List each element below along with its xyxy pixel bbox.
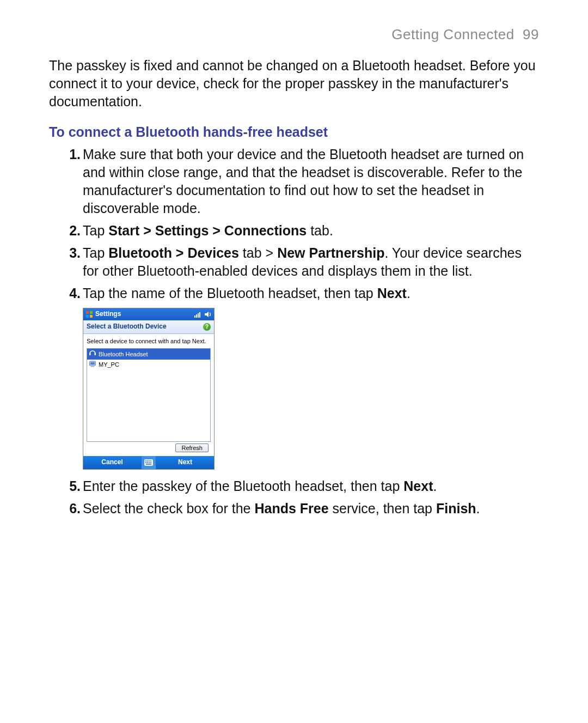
wm-device-item-bluetooth-headset[interactable]: Bluetooth Headset — [87, 349, 210, 360]
wm-taskbar-title: Settings — [95, 310, 121, 319]
wm-device-screenshot: Settings Select a Bluetooth Device ? — [83, 308, 215, 470]
step-4-bold: Next — [377, 285, 407, 301]
step-1: Make sure that both your device and the … — [83, 145, 539, 217]
softkey-next[interactable]: Next — [156, 458, 214, 467]
svg-rect-16 — [147, 460, 148, 461]
step-5-pre: Enter the passkey of the Bluetooth heads… — [83, 478, 403, 494]
svg-marker-8 — [205, 312, 209, 317]
running-head-page-number: 99 — [523, 26, 539, 42]
step-5-bold: Next — [403, 478, 433, 494]
step-1-text: Make sure that both your device and the … — [83, 147, 524, 216]
step-6-mid: service, then tap — [329, 501, 436, 516]
step-6-pre: Select the check box for the — [83, 501, 254, 516]
step-5: Enter the passkey of the Bluetooth heads… — [83, 477, 539, 495]
softkey-cancel[interactable]: Cancel — [83, 458, 141, 467]
wm-content-header-title: Select a Bluetooth Device — [87, 323, 167, 331]
speaker-icon — [204, 311, 212, 318]
svg-rect-4 — [194, 315, 195, 318]
step-2: Tap Start > Settings > Connections tab. — [83, 222, 539, 240]
svg-rect-23 — [146, 464, 151, 465]
wm-device-item-my-pc[interactable]: MY_PC — [87, 360, 210, 370]
svg-rect-2 — [86, 315, 89, 318]
wm-device-list[interactable]: Bluetooth Headset MY_PC — [87, 348, 211, 442]
svg-rect-21 — [149, 462, 150, 463]
running-head: Getting Connected 99 — [49, 26, 539, 43]
wm-softkey-bar: Cancel Next — [83, 456, 214, 469]
intro-paragraph: The passkey is fixed and cannot be chang… — [49, 57, 539, 111]
step-3-b2: New Partnership — [277, 245, 384, 260]
svg-rect-10 — [95, 353, 96, 355]
headset-icon — [89, 349, 96, 359]
svg-rect-18 — [150, 460, 151, 461]
svg-rect-5 — [196, 314, 197, 318]
step-3-pre: Tap — [83, 245, 108, 260]
step-3: Tap Bluetooth > Devices tab > New Partne… — [83, 244, 539, 280]
svg-rect-9 — [89, 353, 91, 355]
svg-rect-6 — [198, 313, 199, 318]
svg-rect-7 — [199, 312, 200, 318]
wm-device-item-label: Bluetooth Headset — [99, 350, 148, 359]
help-icon[interactable]: ? — [203, 323, 211, 331]
section-heading: To connect a Bluetooth hands-free headse… — [49, 124, 539, 140]
wm-instruction-text: Select a device to connect with and tap … — [87, 337, 211, 345]
svg-rect-1 — [90, 311, 93, 314]
step-6-post: . — [476, 501, 480, 516]
refresh-button[interactable]: Refresh — [175, 443, 209, 452]
windows-flag-icon — [85, 311, 93, 318]
svg-rect-15 — [145, 460, 146, 461]
step-5-post: . — [433, 478, 437, 494]
svg-rect-20 — [147, 462, 148, 463]
svg-rect-22 — [150, 462, 151, 463]
wm-taskbar: Settings — [83, 308, 214, 320]
wm-content-header: Select a Bluetooth Device ? — [83, 320, 214, 334]
step-2-pre: Tap — [83, 223, 108, 238]
running-head-title: Getting Connected — [391, 26, 514, 42]
signal-icon — [194, 311, 202, 318]
figure-wrap: Settings Select a Bluetooth Device ? — [83, 308, 539, 470]
step-6: Select the check box for the Hands Free … — [83, 500, 539, 518]
svg-rect-3 — [90, 315, 93, 318]
step-4-pre: Tap the name of the Bluetooth headset, t… — [83, 285, 377, 301]
keyboard-icon[interactable] — [141, 456, 156, 469]
svg-rect-0 — [86, 311, 89, 314]
svg-rect-13 — [91, 366, 94, 367]
manual-page: Getting Connected 99 The passkey is fixe… — [0, 0, 588, 723]
step-4-post: . — [407, 285, 411, 301]
svg-rect-12 — [90, 362, 95, 364]
step-3-b1: Bluetooth > Devices — [108, 245, 239, 260]
steps-list: Make sure that both your device and the … — [49, 145, 539, 518]
svg-rect-17 — [149, 460, 150, 461]
wm-device-item-label: MY_PC — [99, 361, 119, 369]
step-3-mid1: tab > — [239, 245, 277, 260]
step-4: Tap the name of the Bluetooth headset, t… — [83, 284, 539, 470]
pc-icon — [89, 360, 96, 370]
step-6-b1: Hands Free — [254, 501, 328, 516]
step-2-bold: Start > Settings > Connections — [108, 223, 307, 238]
step-2-post: tab. — [307, 223, 333, 238]
svg-rect-19 — [145, 462, 146, 463]
step-6-b2: Finish — [436, 501, 476, 516]
wm-refresh-row: Refresh — [87, 442, 211, 455]
wm-content-body: Select a device to connect with and tap … — [83, 334, 214, 457]
